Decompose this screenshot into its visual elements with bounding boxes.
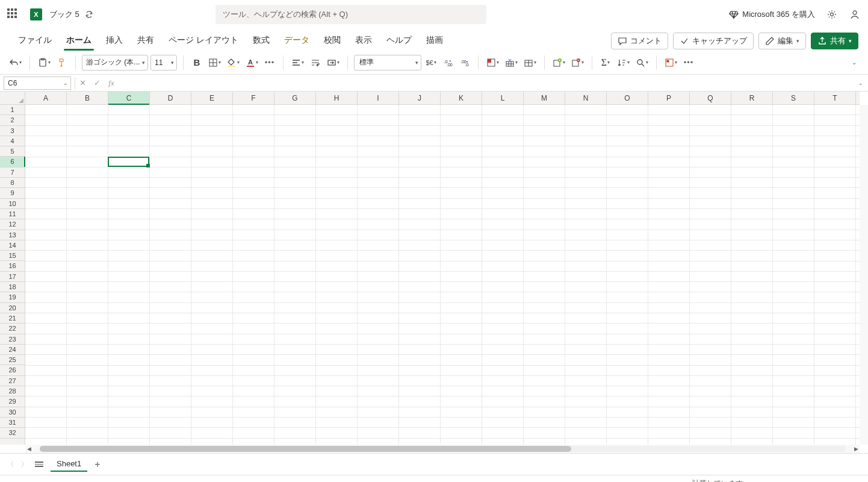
row-header[interactable]: 24 bbox=[0, 345, 25, 355]
column-header[interactable]: Q bbox=[690, 92, 731, 104]
cell-area[interactable] bbox=[25, 105, 860, 445]
insert-cells-button[interactable]: ▾ bbox=[551, 54, 567, 71]
row-header[interactable]: 27 bbox=[0, 376, 25, 386]
row-header[interactable]: 11 bbox=[0, 209, 25, 219]
search-input[interactable]: ツール、ヘルプなどの検索 (Alt + Q) bbox=[215, 5, 486, 24]
row-header[interactable]: 22 bbox=[0, 324, 25, 334]
column-header[interactable]: I bbox=[358, 92, 399, 104]
tab-view[interactable]: 表示 bbox=[348, 31, 379, 51]
share-button[interactable]: 共有▾ bbox=[811, 33, 858, 49]
tab-help[interactable]: ヘルプ bbox=[379, 31, 419, 51]
column-header[interactable]: E bbox=[191, 92, 233, 104]
row-header[interactable]: 14 bbox=[0, 240, 25, 251]
column-header[interactable]: N bbox=[565, 92, 607, 104]
row-header[interactable]: 16 bbox=[0, 261, 25, 271]
sync-icon[interactable] bbox=[84, 10, 94, 19]
row-header[interactable]: 10 bbox=[0, 199, 25, 209]
font-color-button[interactable]: A▾ bbox=[244, 54, 260, 71]
row-header[interactable]: 2 bbox=[0, 115, 25, 125]
row-header[interactable]: 18 bbox=[0, 282, 25, 292]
column-header[interactable]: G bbox=[274, 92, 316, 104]
row-header[interactable]: 5 bbox=[0, 146, 25, 157]
account-icon[interactable] bbox=[849, 8, 861, 20]
delete-cells-button[interactable]: ▾ bbox=[569, 54, 586, 71]
row-header[interactable]: 25 bbox=[0, 355, 25, 365]
cancel-formula-icon[interactable]: ✕ bbox=[75, 78, 90, 87]
format-table-button[interactable]: ▾ bbox=[503, 54, 519, 71]
fill-color-button[interactable]: ▾ bbox=[225, 54, 241, 71]
row-header[interactable]: 12 bbox=[0, 219, 25, 230]
row-header[interactable]: 20 bbox=[0, 303, 25, 313]
copilot-button[interactable]: ▾ bbox=[663, 54, 679, 71]
column-header[interactable]: L bbox=[482, 92, 524, 104]
enter-formula-icon[interactable]: ✓ bbox=[90, 78, 104, 87]
tab-home[interactable]: ホーム bbox=[59, 31, 99, 51]
select-all-corner[interactable] bbox=[0, 92, 25, 105]
name-box-input[interactable]: C6⌄ bbox=[4, 77, 71, 90]
tab-data[interactable]: データ bbox=[277, 31, 317, 51]
row-header[interactable]: 31 bbox=[0, 418, 25, 428]
row-header[interactable]: 4 bbox=[0, 136, 25, 146]
column-header[interactable]: C bbox=[108, 92, 150, 104]
column-header[interactable]: K bbox=[441, 92, 482, 104]
format-painter-button[interactable] bbox=[55, 54, 69, 71]
borders-button[interactable]: ▾ bbox=[206, 54, 223, 71]
column-header[interactable]: H bbox=[316, 92, 358, 104]
collapse-ribbon-button[interactable]: ⌄ bbox=[846, 54, 861, 71]
autosum-button[interactable]: Σ▾ bbox=[598, 54, 613, 71]
column-header[interactable]: M bbox=[524, 92, 565, 104]
column-header[interactable]: S bbox=[773, 92, 814, 104]
row-header[interactable]: 19 bbox=[0, 292, 25, 302]
font-size-select[interactable]: 11▾ bbox=[150, 55, 177, 70]
vertical-scrollbar[interactable] bbox=[860, 105, 868, 445]
merge-button[interactable]: ▾ bbox=[325, 54, 341, 71]
app-launcher-icon[interactable] bbox=[7, 8, 19, 20]
bold-button[interactable]: B bbox=[190, 54, 204, 71]
row-header[interactable]: 23 bbox=[0, 334, 25, 345]
tab-file[interactable]: ファイル bbox=[11, 31, 59, 51]
column-header[interactable]: A bbox=[25, 92, 67, 104]
currency-button[interactable]: $€▾ bbox=[424, 54, 438, 71]
increase-decimal-button[interactable]: .0.00 bbox=[441, 54, 455, 71]
row-header[interactable]: 30 bbox=[0, 407, 25, 418]
horizontal-scrollbar[interactable] bbox=[40, 446, 845, 452]
scroll-right-button[interactable]: ▶ bbox=[852, 446, 860, 452]
row-header[interactable]: 29 bbox=[0, 396, 25, 407]
row-header[interactable]: 6 bbox=[0, 157, 25, 167]
tab-share[interactable]: 共有 bbox=[130, 31, 161, 51]
next-sheet-button[interactable]: 〉 bbox=[21, 460, 28, 469]
row-header[interactable]: 17 bbox=[0, 272, 25, 282]
tab-insert[interactable]: 挿入 bbox=[99, 31, 130, 51]
column-header[interactable]: P bbox=[648, 92, 690, 104]
decrease-decimal-button[interactable]: .00.0 bbox=[457, 54, 472, 71]
conditional-format-button[interactable]: ▾ bbox=[485, 54, 501, 71]
tab-formulas[interactable]: 数式 bbox=[246, 31, 277, 51]
settings-icon[interactable] bbox=[826, 8, 838, 20]
buy-premium-button[interactable]: Microsoft 365 を購入 bbox=[729, 9, 815, 20]
row-header[interactable]: 9 bbox=[0, 188, 25, 198]
row-header[interactable]: 32 bbox=[0, 428, 25, 438]
row-header[interactable]: 21 bbox=[0, 313, 25, 324]
add-sheet-button[interactable]: + bbox=[95, 459, 100, 470]
wrap-text-button[interactable] bbox=[308, 54, 323, 71]
cell-styles-button[interactable]: ▾ bbox=[522, 54, 538, 71]
column-header[interactable]: J bbox=[399, 92, 441, 104]
column-header[interactable]: R bbox=[731, 92, 773, 104]
number-format-select[interactable]: 標準▾ bbox=[354, 55, 421, 70]
undo-button[interactable]: ▾ bbox=[7, 54, 23, 71]
sort-filter-button[interactable]: ▾ bbox=[615, 54, 631, 71]
tab-page-layout[interactable]: ページ レイアウト bbox=[161, 31, 246, 51]
column-header[interactable]: F bbox=[233, 92, 274, 104]
row-header[interactable]: 15 bbox=[0, 251, 25, 261]
scroll-left-button[interactable]: ◀ bbox=[25, 446, 33, 452]
edit-mode-button[interactable]: 編集▾ bbox=[758, 33, 806, 49]
column-header[interactable]: D bbox=[150, 92, 191, 104]
catchup-button[interactable]: キャッチアップ bbox=[673, 33, 754, 49]
font-name-select[interactable]: 游ゴシック (本...▾ bbox=[82, 55, 148, 70]
spreadsheet-grid[interactable]: ABCDEFGHIJKLMNOPQRST 1234567891011121314… bbox=[0, 92, 868, 453]
row-header[interactable]: 3 bbox=[0, 126, 25, 136]
all-sheets-button[interactable] bbox=[35, 462, 43, 467]
row-header[interactable]: 26 bbox=[0, 365, 25, 375]
paste-button[interactable]: ▾ bbox=[36, 54, 52, 71]
column-header[interactable]: T bbox=[814, 92, 856, 104]
